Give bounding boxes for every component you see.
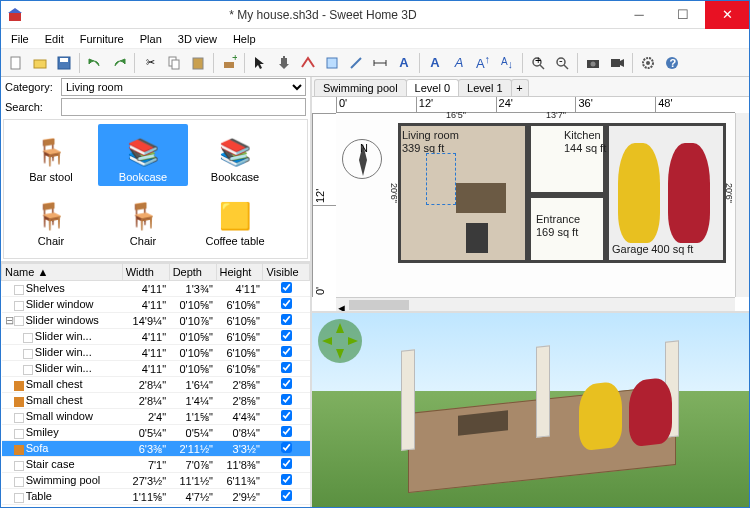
save-button[interactable] bbox=[53, 52, 75, 74]
menu-file[interactable]: File bbox=[3, 31, 37, 47]
tab-level-1[interactable]: Level 1 bbox=[458, 79, 511, 96]
table-row[interactable]: Small chest2'8¼"1'4¼"2'8⅝" bbox=[2, 393, 310, 409]
svg-rect-5 bbox=[60, 58, 68, 62]
menu-3dview[interactable]: 3D view bbox=[170, 31, 225, 47]
paste-button[interactable] bbox=[187, 52, 209, 74]
catalog-item[interactable]: 📚Bookcase bbox=[190, 124, 280, 186]
table-row[interactable]: Shelves4'11"1'3¾"4'11" bbox=[2, 281, 310, 297]
bold-button[interactable]: A bbox=[424, 52, 446, 74]
dimension-tool[interactable] bbox=[369, 52, 391, 74]
col-name[interactable]: Name ▲ bbox=[2, 264, 123, 281]
visible-checkbox[interactable] bbox=[281, 490, 292, 501]
italic-button[interactable]: A bbox=[448, 52, 470, 74]
catalog-item[interactable]: 🪑Bar stool bbox=[6, 124, 96, 186]
add-level-button[interactable]: + bbox=[511, 79, 529, 96]
pan-tool[interactable] bbox=[273, 52, 295, 74]
help-button[interactable]: ? bbox=[661, 52, 683, 74]
room-tool[interactable] bbox=[321, 52, 343, 74]
zoom-in-button[interactable]: + bbox=[527, 52, 549, 74]
new-button[interactable] bbox=[5, 52, 27, 74]
menu-edit[interactable]: Edit bbox=[37, 31, 72, 47]
copy-button[interactable] bbox=[163, 52, 185, 74]
minimize-button[interactable]: ─ bbox=[617, 1, 661, 29]
selected-furniture[interactable] bbox=[426, 153, 456, 205]
search-input[interactable] bbox=[61, 98, 306, 116]
menu-help[interactable]: Help bbox=[225, 31, 264, 47]
visible-checkbox[interactable] bbox=[281, 458, 292, 469]
tab-swimming-pool[interactable]: Swimming pool bbox=[314, 79, 407, 96]
table-row[interactable]: Slider win...4'11"0'10⅝"6'10⅝" bbox=[2, 361, 310, 377]
add-furniture-button[interactable]: + bbox=[218, 52, 240, 74]
table-row[interactable]: Slider window4'11"0'10⅝"6'10⅝" bbox=[2, 297, 310, 313]
plan-canvas[interactable]: N 16'5" 13'7" 20'6" 20'6" Living room339… bbox=[336, 113, 735, 297]
dim-label: 16'5" bbox=[446, 111, 466, 121]
table-row[interactable]: Slider win...4'11"0'10⅝"6'10⅝" bbox=[2, 329, 310, 345]
catalog-item[interactable]: 🟨Coffee table bbox=[190, 188, 280, 250]
visible-checkbox[interactable] bbox=[281, 378, 292, 389]
menu-plan[interactable]: Plan bbox=[132, 31, 170, 47]
visible-checkbox[interactable] bbox=[281, 362, 292, 373]
line-tool[interactable] bbox=[345, 52, 367, 74]
catalog-label: Chair bbox=[38, 235, 64, 247]
wall-tool[interactable] bbox=[297, 52, 319, 74]
plan-view[interactable]: 0'12'24'36'48' 0'12' N 16'5" 13'7" 20'6"… bbox=[312, 97, 749, 313]
table-row[interactable]: ⊟ Slider windows14'9¼"0'10⅞"6'10⅝" bbox=[2, 313, 310, 329]
col-visible[interactable]: Visible bbox=[263, 264, 310, 281]
plan-v-scroll[interactable] bbox=[735, 113, 749, 297]
zoom-out-button[interactable]: - bbox=[551, 52, 573, 74]
table-row[interactable]: Small chest2'8¼"1'6¼"2'8⅝" bbox=[2, 377, 310, 393]
table-row[interactable]: Small window2'4"1'1⅝"4'4¾" bbox=[2, 409, 310, 425]
font-smaller-button[interactable]: A↓ bbox=[496, 52, 518, 74]
car-red[interactable] bbox=[668, 143, 710, 243]
close-button[interactable]: ✕ bbox=[705, 1, 749, 29]
preferences-button[interactable] bbox=[637, 52, 659, 74]
plan-h-scroll[interactable]: ◄ bbox=[336, 297, 735, 311]
room-label: Garage 400 sq ft bbox=[612, 243, 693, 256]
visible-checkbox[interactable] bbox=[281, 282, 292, 293]
catalog-label: Bookcase bbox=[211, 171, 259, 183]
col-height[interactable]: Height bbox=[216, 264, 263, 281]
visible-checkbox[interactable] bbox=[281, 346, 292, 357]
video-button[interactable] bbox=[606, 52, 628, 74]
maximize-button[interactable]: ☐ bbox=[661, 1, 705, 29]
photo-button[interactable] bbox=[582, 52, 604, 74]
table-row[interactable]: Smiley0'5¼"0'5¼"0'8¼" bbox=[2, 425, 310, 441]
visible-checkbox[interactable] bbox=[281, 442, 292, 453]
visible-checkbox[interactable] bbox=[281, 394, 292, 405]
category-select[interactable]: Living room bbox=[61, 78, 306, 96]
table-row[interactable]: Stair case7'1"7'0⅞"11'8⅜" bbox=[2, 457, 310, 473]
table-row[interactable]: Slider win...4'11"0'10⅝"6'10⅝" bbox=[2, 345, 310, 361]
font-larger-button[interactable]: A↑ bbox=[472, 52, 494, 74]
select-tool[interactable] bbox=[249, 52, 271, 74]
tab-level-0[interactable]: Level 0 bbox=[406, 79, 459, 96]
car-yellow[interactable] bbox=[618, 143, 660, 243]
menu-furniture[interactable]: Furniture bbox=[72, 31, 132, 47]
table-row[interactable]: Table1'11⅝"4'7½"2'9½" bbox=[2, 489, 310, 505]
visible-checkbox[interactable] bbox=[281, 298, 292, 309]
visible-checkbox[interactable] bbox=[281, 426, 292, 437]
open-button[interactable] bbox=[29, 52, 51, 74]
3d-view[interactable] bbox=[312, 313, 749, 508]
catalog-item[interactable]: 🪑Chair bbox=[6, 188, 96, 250]
visible-checkbox[interactable] bbox=[281, 410, 292, 421]
table-row[interactable]: Sofa6'3⅜"2'11½"3'3½" bbox=[2, 441, 310, 457]
svg-rect-0 bbox=[9, 13, 21, 21]
col-width[interactable]: Width bbox=[122, 264, 169, 281]
catalog-item[interactable]: 📚Bookcase bbox=[98, 124, 188, 186]
furniture-list[interactable]: Name ▲ Width Depth Height Visible Shelve… bbox=[1, 261, 310, 508]
sofa-plan[interactable] bbox=[456, 183, 506, 213]
redo-button[interactable] bbox=[108, 52, 130, 74]
visible-checkbox[interactable] bbox=[281, 330, 292, 341]
catalog-item[interactable]: 🪑Chair bbox=[98, 188, 188, 250]
table-row[interactable]: Swimming pool27'3½"11'1½"6'11¾" bbox=[2, 473, 310, 489]
furniture-catalog[interactable]: 🪑Bar stool📚Bookcase📚Bookcase🪑Chair🪑Chair… bbox=[3, 119, 308, 259]
visible-checkbox[interactable] bbox=[281, 314, 292, 325]
visible-checkbox[interactable] bbox=[281, 474, 292, 485]
text-tool[interactable]: A bbox=[393, 52, 415, 74]
col-depth[interactable]: Depth bbox=[169, 264, 216, 281]
cut-button[interactable]: ✂ bbox=[139, 52, 161, 74]
compass-icon[interactable]: N bbox=[342, 139, 382, 179]
undo-button[interactable] bbox=[84, 52, 106, 74]
table-plan[interactable] bbox=[466, 223, 488, 253]
3d-nav-pad[interactable] bbox=[318, 319, 362, 363]
